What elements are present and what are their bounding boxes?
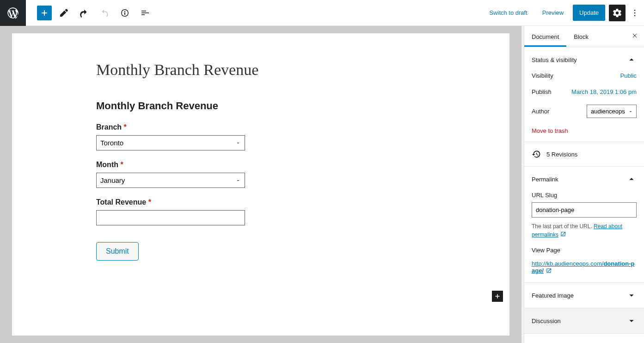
sidebar-tabs: Document Block	[524, 26, 644, 47]
submit-button[interactable]: Submit	[96, 242, 139, 261]
toolbar-left	[4, 0, 153, 26]
visibility-label: Visibility	[532, 72, 553, 79]
chevron-up-icon	[626, 174, 637, 184]
slug-help: The last part of the URL. Read about per…	[532, 222, 637, 239]
info-button[interactable]	[117, 5, 133, 21]
discussion-heading: Discussion	[532, 318, 561, 324]
form-title: Monthly Branch Revenue	[96, 100, 425, 112]
panel-featured-image: Featured image	[524, 283, 644, 308]
permalink-heading: Permalink	[532, 176, 558, 183]
pencil-icon	[58, 7, 69, 19]
required-asterisk: *	[148, 198, 151, 206]
undo-button[interactable]	[76, 5, 92, 21]
preview-button[interactable]: Preview	[537, 6, 569, 20]
info-icon	[119, 7, 130, 19]
url-slug-label: URL Slug	[532, 192, 637, 199]
workspace: Monthly Branch Revenue Monthly Branch Re…	[0, 26, 644, 343]
settings-sidebar: Document Block Status & visibility Visib…	[524, 26, 644, 343]
close-sidebar-button[interactable]	[629, 31, 640, 42]
field-revenue: Total Revenue *	[96, 198, 425, 225]
view-page-label: View Page	[532, 247, 637, 254]
more-vertical-icon	[630, 8, 639, 18]
publish-label: Publish	[532, 88, 552, 95]
revisions-text: 5 Revisions	[546, 151, 577, 158]
redo-icon	[99, 7, 110, 19]
gear-icon	[612, 8, 622, 18]
row-visibility: Visibility Public	[532, 72, 637, 79]
toolbar-right: Switch to draft Preview Update	[484, 5, 640, 21]
list-icon	[140, 7, 151, 19]
redo-button[interactable]	[96, 5, 113, 21]
status-heading: Status & visibility	[532, 56, 577, 63]
page-content: Monthly Branch Revenue Monthly Branch Re…	[12, 33, 509, 336]
svg-point-1	[634, 12, 636, 13]
branch-label: Branch *	[96, 123, 425, 131]
settings-button[interactable]	[609, 5, 626, 21]
add-block-button[interactable]	[37, 6, 52, 20]
add-block-inline-button[interactable]	[492, 291, 503, 302]
tab-document[interactable]: Document	[524, 26, 566, 47]
panel-permalink: Permalink URL Slug The last part of the …	[524, 167, 644, 283]
update-button[interactable]: Update	[573, 5, 605, 21]
row-author: Author audienceops	[532, 105, 637, 118]
branch-select[interactable]: Toronto	[96, 135, 245, 150]
close-icon	[631, 32, 638, 39]
page-title[interactable]: Monthly Branch Revenue	[96, 61, 425, 79]
required-asterisk: *	[124, 123, 127, 131]
revisions-link[interactable]: 5 Revisions	[524, 142, 644, 167]
panel-discussion: Discussion	[524, 308, 644, 334]
url-slug-input[interactable]	[532, 202, 637, 218]
month-label: Month *	[96, 161, 425, 169]
undo-icon	[79, 7, 90, 19]
panel-permalink-head[interactable]: Permalink	[524, 167, 644, 192]
editor-canvas[interactable]: Monthly Branch Revenue Monthly Branch Re…	[0, 26, 521, 343]
history-icon	[532, 150, 541, 159]
chevron-down-icon	[626, 316, 637, 326]
field-month: Month * January	[96, 161, 425, 188]
external-link-icon	[560, 231, 566, 239]
author-select[interactable]: audienceops	[587, 105, 637, 118]
panel-status-body: Visibility Public Publish March 18, 2019…	[524, 72, 644, 142]
wp-logo[interactable]	[0, 0, 26, 26]
plus-icon	[493, 292, 502, 300]
revenue-label: Total Revenue *	[96, 198, 425, 206]
author-label: Author	[532, 108, 549, 115]
switch-to-draft-button[interactable]: Switch to draft	[484, 6, 533, 20]
plus-icon	[39, 7, 50, 19]
field-branch: Branch * Toronto	[96, 123, 425, 150]
row-publish: Publish March 18, 2019 1:06 pm	[532, 88, 637, 95]
revenue-input[interactable]	[96, 210, 245, 225]
visibility-value[interactable]: Public	[620, 72, 637, 79]
publish-value[interactable]: March 18, 2019 1:06 pm	[571, 88, 637, 95]
panel-status: Status & visibility Visibility Public Pu…	[524, 47, 644, 142]
panel-featured-head[interactable]: Featured image	[524, 283, 644, 308]
svg-point-2	[634, 15, 636, 16]
chevron-up-icon	[626, 55, 637, 65]
more-options-button[interactable]	[629, 5, 640, 21]
panel-discussion-head[interactable]: Discussion	[524, 308, 644, 333]
tab-block[interactable]: Block	[566, 26, 596, 47]
move-to-trash[interactable]: Move to trash	[532, 127, 637, 134]
edit-mode-button[interactable]	[55, 5, 72, 21]
external-link-icon	[546, 267, 552, 275]
chevron-down-icon	[626, 290, 637, 300]
wordpress-icon	[6, 6, 19, 19]
panel-status-head[interactable]: Status & visibility	[524, 47, 644, 72]
outline-button[interactable]	[137, 5, 153, 21]
svg-point-0	[634, 9, 636, 11]
featured-heading: Featured image	[532, 292, 574, 299]
required-asterisk: *	[120, 161, 123, 168]
editor-toolbar: Switch to draft Preview Update	[0, 0, 644, 26]
panel-permalink-body: URL Slug The last part of the URL. Read …	[524, 192, 644, 282]
month-select[interactable]: January	[96, 173, 245, 188]
